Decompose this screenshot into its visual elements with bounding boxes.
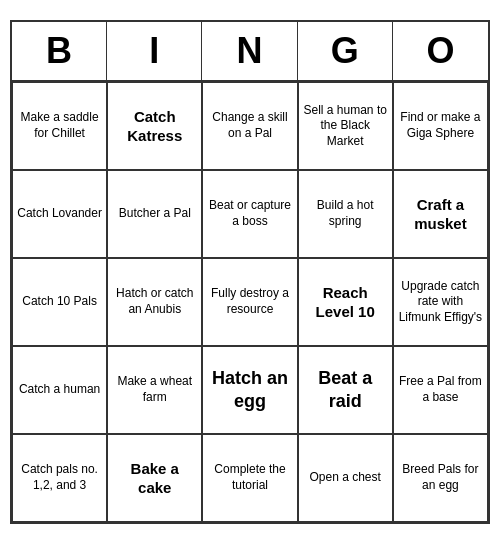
bingo-cell-6: Butcher a Pal [107,170,202,258]
bingo-cell-17: Hatch an egg [202,346,297,434]
bingo-cell-14: Upgrade catch rate with Lifmunk Effigy's [393,258,488,346]
bingo-cell-3: Sell a human to the Black Market [298,82,393,170]
header-letter-N: N [202,22,297,80]
bingo-grid: Make a saddle for ChilletCatch KatressCh… [12,82,488,522]
header-letter-I: I [107,22,202,80]
bingo-cell-2: Change a skill on a Pal [202,82,297,170]
bingo-cell-21: Bake a cake [107,434,202,522]
bingo-cell-8: Build a hot spring [298,170,393,258]
bingo-cell-9: Craft a musket [393,170,488,258]
bingo-cell-22: Complete the tutorial [202,434,297,522]
header-letter-G: G [298,22,393,80]
bingo-cell-0: Make a saddle for Chillet [12,82,107,170]
bingo-cell-24: Breed Pals for an egg [393,434,488,522]
bingo-cell-19: Free a Pal from a base [393,346,488,434]
bingo-cell-4: Find or make a Giga Sphere [393,82,488,170]
header-letter-B: B [12,22,107,80]
header-letter-O: O [393,22,488,80]
bingo-cell-1: Catch Katress [107,82,202,170]
bingo-cell-10: Catch 10 Pals [12,258,107,346]
bingo-cell-16: Make a wheat farm [107,346,202,434]
bingo-cell-5: Catch Lovander [12,170,107,258]
bingo-cell-7: Beat or capture a boss [202,170,297,258]
bingo-cell-20: Catch pals no. 1,2, and 3 [12,434,107,522]
bingo-header: BINGO [12,22,488,82]
bingo-cell-18: Beat a raid [298,346,393,434]
bingo-cell-13: Reach Level 10 [298,258,393,346]
bingo-cell-23: Open a chest [298,434,393,522]
bingo-cell-12: Fully destroy a resource [202,258,297,346]
bingo-card: BINGO Make a saddle for ChilletCatch Kat… [10,20,490,524]
bingo-cell-15: Catch a human [12,346,107,434]
bingo-cell-11: Hatch or catch an Anubis [107,258,202,346]
